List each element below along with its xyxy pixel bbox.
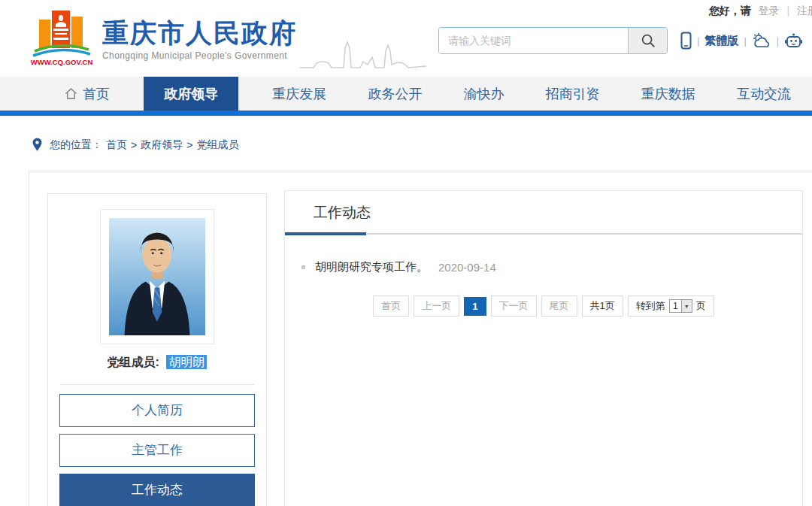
search-bar [438,27,668,54]
list-bullet [301,265,305,269]
logo-text: 重庆市人民政府 Chongqing Municipal People's Gov… [102,8,297,61]
page: 您好，请 登录 | 注册 WWW.CQ.GOV.CN 重庆市人民政府 C [0,0,812,506]
robot-assistant-icon[interactable] [784,32,803,50]
site-title: 重庆市人民政府 [102,20,297,46]
page-title: 工作动态 [285,191,802,235]
tool-divider: | [744,35,746,47]
article-title: 胡明朗研究专项工作。 [315,260,428,274]
portrait-frame [100,209,214,344]
nav-item-government-leaders[interactable]: 政府领导 [144,77,238,111]
pagination: 首页 上一页 1 下一页 尾页 共1页 转到第 1 ▼ 页 [285,295,802,317]
breadcrumb-party-members[interactable]: 党组成员 [196,138,238,152]
role-label: 党组成员: [108,356,159,368]
nav-label: 重庆发展 [272,85,326,103]
page-select-value: 1 [670,300,681,312]
nav-label: 政府领导 [164,85,218,103]
breadcrumb-home[interactable]: 首页 [106,138,127,152]
nav-item-chongqing-development[interactable]: 重庆发展 [265,77,334,111]
login-link[interactable]: 登录 [759,5,780,17]
site-subtitle: Chongqing Municipal People's Government [102,50,297,61]
register-link[interactable]: 注册 [797,5,812,17]
chevron-down-icon: ▼ [681,300,692,312]
goto-suffix: 页 [696,299,706,313]
sidebar-menu: 个人简历 主管工作 工作动态 [48,385,266,506]
nav-item-government-affairs[interactable]: 政务公开 [360,77,429,111]
pagination-first[interactable]: 首页 [373,295,409,317]
nav-label: 招商引资 [546,85,600,103]
leader-name-line: 党组成员: 胡明朗 [48,355,266,371]
main-panel-header: 工作动态 [285,191,802,235]
leader-sidebar: 党组成员: 胡明朗 个人简历 主管工作 工作动态 [47,193,267,506]
breadcrumb-separator: > [131,139,137,151]
nav-label: 互动交流 [737,85,791,103]
nav-item-yukuaiban[interactable]: 渝快办 [456,77,512,111]
nav-item-chongqing-data[interactable]: 重庆数据 [634,77,703,111]
weather-icon[interactable] [752,32,771,49]
search-button[interactable] [628,28,667,53]
nav-accent-strip [0,111,812,116]
breadcrumb-leaders[interactable]: 政府领导 [141,138,183,152]
svg-text:WWW.CQ.GOV.CN: WWW.CQ.GOV.CN [31,58,93,66]
tool-divider: | [777,35,779,47]
pagination-total: 共1页 [582,295,623,317]
breadcrumb-separator: > [186,139,192,151]
skyline-art [300,35,428,71]
breadcrumb: 您的位置： 首页 > 政府领导 > 党组成员 [32,138,242,152]
location-pin-icon [32,138,43,152]
main-panel: 工作动态 胡明朗研究专项工作。 2020-09-14 首页 上一页 1 下一页 … [284,190,803,506]
pagination-next[interactable]: 下一页 [491,295,537,317]
government-emblem-icon: WWW.CQ.GOV.CN [29,8,95,69]
pagination-goto: 转到第 1 ▼ 页 [628,295,714,317]
breadcrumb-prefix: 您的位置： [50,138,102,152]
pagination-prev[interactable]: 上一页 [414,295,459,317]
nav-item-investment[interactable]: 招商引资 [538,77,607,111]
search-input[interactable] [439,28,628,53]
main-nav: 首页 政府领导 重庆发展 政务公开 渝快办 招商引资 重庆数据 互动交流 [0,77,812,111]
user-greeting-bar: 您好，请 登录 | 注册 [709,5,812,18]
search-icon [640,32,656,49]
title-underline [285,232,366,235]
header-tools: | 繁體版 | | [680,32,803,50]
nav-label: 渝快办 [464,85,504,103]
article-date: 2020-09-14 [438,261,496,274]
sidebar-item-work-updates[interactable]: 工作动态 [59,474,255,506]
mobile-icon[interactable] [680,32,692,50]
nav-label: 政务公开 [368,85,422,103]
greeting-divider: | [786,5,789,17]
greeting-text: 您好，请 [709,5,751,17]
site-header: 您好，请 登录 | 注册 WWW.CQ.GOV.CN 重庆市人民政府 C [0,0,812,77]
nav-label: 首页 [83,85,110,103]
leader-name: 胡明朗 [166,355,207,369]
nav-label: 重庆数据 [641,85,695,103]
nav-item-interaction[interactable]: 互动交流 [729,77,798,111]
site-logo[interactable]: WWW.CQ.GOV.CN 重庆市人民政府 Chongqing Municipa… [29,8,428,71]
traditional-version-link[interactable]: 繁體版 [704,34,738,48]
home-icon [64,86,78,101]
page-select[interactable]: 1 ▼ [669,299,692,313]
article-list-item[interactable]: 胡明朗研究专项工作。 2020-09-14 [301,260,802,274]
pagination-last[interactable]: 尾页 [541,295,577,317]
leader-portrait [109,218,205,335]
pagination-page-1[interactable]: 1 [464,297,486,316]
sidebar-item-responsibilities[interactable]: 主管工作 [59,434,255,467]
tool-divider: | [697,35,699,47]
nav-item-home[interactable]: 首页 [56,77,117,111]
goto-prefix: 转到第 [636,299,665,313]
sidebar-item-resume[interactable]: 个人简历 [59,394,255,427]
